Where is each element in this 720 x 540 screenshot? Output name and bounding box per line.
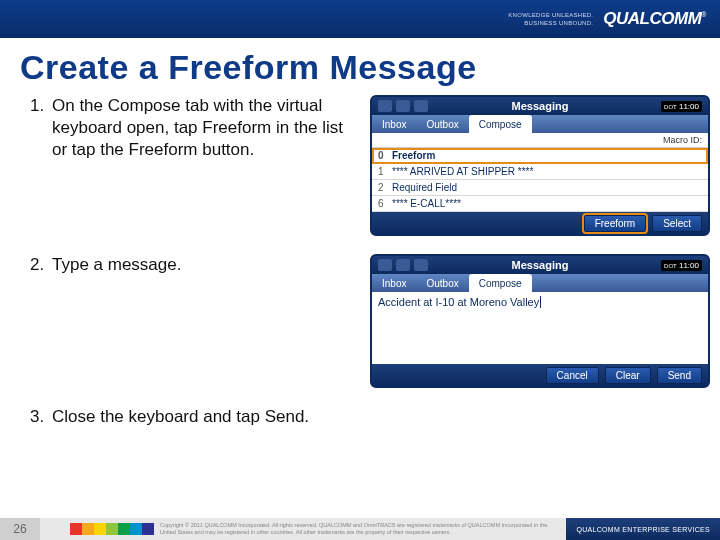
- home-icon[interactable]: [378, 259, 392, 271]
- color-chip: [70, 523, 82, 535]
- list-item[interactable]: 2Required Field: [372, 180, 708, 196]
- color-chip: [94, 523, 106, 535]
- color-chip: [106, 523, 118, 535]
- tab-bar: Inbox Outbox Compose: [372, 115, 708, 133]
- clock: DOT 11:00: [661, 101, 702, 112]
- message-type-list: 0Freeform 1**** ARRIVED AT SHIPPER **** …: [372, 148, 708, 212]
- select-button[interactable]: Select: [652, 215, 702, 232]
- clock: DOT 11:00: [661, 260, 702, 271]
- mail-icon[interactable]: [414, 259, 428, 271]
- page-number: 26: [0, 518, 40, 540]
- qualcomm-logo: QUALCOMM®: [603, 9, 706, 29]
- step-3-row: 3. Close the keyboard and tap Send.: [30, 406, 710, 428]
- device-title: Messaging: [512, 100, 569, 112]
- brand-tagline: KNOWLEDGE UNLEASHED. BUSINESS UNBOUND.: [508, 11, 593, 27]
- step-2-text: 2. Type a message.: [30, 254, 370, 276]
- qes-badge: QUALCOMM ENTERPRISE SERVICES: [566, 518, 720, 540]
- device-nav-icons: [378, 100, 428, 112]
- page-title: Create a Freeform Message: [0, 38, 720, 91]
- send-button[interactable]: Send: [657, 367, 702, 384]
- screenshot-1: Messaging DOT 11:00 Inbox Outbox Compose…: [370, 95, 710, 236]
- macro-id-label: Macro ID:: [372, 133, 708, 148]
- back-icon[interactable]: [396, 259, 410, 271]
- color-chip: [82, 523, 94, 535]
- tab-bar: Inbox Outbox Compose: [372, 274, 708, 292]
- step-2-row: 2. Type a message. Messaging DOT 11:00 I…: [30, 254, 710, 388]
- step-1-text: 1. On the Compose tab with the virtual k…: [30, 95, 370, 161]
- color-chip: [142, 523, 154, 535]
- tab-inbox[interactable]: Inbox: [372, 274, 416, 292]
- brand-bar: KNOWLEDGE UNLEASHED. BUSINESS UNBOUND. Q…: [0, 0, 720, 38]
- color-chips: [70, 518, 154, 540]
- tab-compose[interactable]: Compose: [469, 115, 532, 133]
- step-3-text: 3. Close the keyboard and tap Send.: [30, 406, 370, 428]
- slide-footer: 26 Copyright © 2011 QUALCOMM Incorporate…: [0, 518, 720, 540]
- mail-icon[interactable]: [414, 100, 428, 112]
- color-chip: [130, 523, 142, 535]
- color-chip: [118, 523, 130, 535]
- device-nav-icons: [378, 259, 428, 271]
- list-item[interactable]: 6**** E-CALL****: [372, 196, 708, 212]
- cancel-button[interactable]: Cancel: [546, 367, 599, 384]
- device-title: Messaging: [512, 259, 569, 271]
- legal-text: Copyright © 2011 QUALCOMM Incorporated. …: [154, 518, 566, 540]
- tab-compose[interactable]: Compose: [469, 274, 532, 292]
- tab-inbox[interactable]: Inbox: [372, 115, 416, 133]
- screenshot-2: Messaging DOT 11:00 Inbox Outbox Compose…: [370, 254, 710, 388]
- list-item[interactable]: 1**** ARRIVED AT SHIPPER ****: [372, 164, 708, 180]
- home-icon[interactable]: [378, 100, 392, 112]
- list-item-freeform[interactable]: 0Freeform: [372, 148, 708, 164]
- tab-outbox[interactable]: Outbox: [416, 115, 468, 133]
- message-input[interactable]: Accident at I-10 at Moreno Valley: [372, 292, 708, 364]
- tab-outbox[interactable]: Outbox: [416, 274, 468, 292]
- back-icon[interactable]: [396, 100, 410, 112]
- step-1-row: 1. On the Compose tab with the virtual k…: [30, 95, 710, 236]
- clear-button[interactable]: Clear: [605, 367, 651, 384]
- freeform-button[interactable]: Freeform: [584, 215, 647, 232]
